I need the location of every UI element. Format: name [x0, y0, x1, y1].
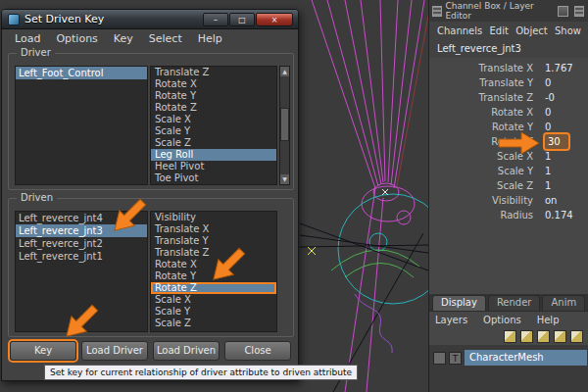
- channel-row: Radius 0.174: [429, 208, 588, 222]
- list-item[interactable]: Visibility: [151, 212, 276, 223]
- attr-value[interactable]: 0: [545, 75, 551, 90]
- attr-value[interactable]: 1: [545, 164, 551, 178]
- list-item[interactable]: Scale Y: [151, 306, 276, 318]
- move-layer-up-icon[interactable]: [504, 330, 516, 343]
- driven-label: Driven: [17, 192, 57, 203]
- window-titlebar[interactable]: Set Driven Key – □ ×: [2, 10, 298, 29]
- scrollbar-thumb[interactable]: [280, 108, 289, 141]
- close-button[interactable]: Close: [224, 341, 291, 361]
- channel-row: Visibility on: [429, 193, 588, 208]
- list-item-selected-rotate-z[interactable]: Rotate Z: [151, 282, 276, 294]
- layer-list: T CharacterMesh: [429, 345, 588, 392]
- list-item[interactable]: Scale Z: [151, 137, 276, 149]
- grid-icon[interactable]: [574, 6, 584, 17]
- menu-options[interactable]: Options: [49, 32, 104, 45]
- layer-toolbar: [429, 328, 588, 345]
- list-item[interactable]: Scale X: [151, 294, 276, 306]
- attr-name[interactable]: Visibility: [429, 193, 539, 208]
- list-item[interactable]: Translate X: [151, 223, 276, 235]
- menu-show[interactable]: Show: [555, 25, 581, 36]
- list-item[interactable]: Left_reverce_jnt1: [16, 250, 147, 263]
- menu-help[interactable]: Help: [191, 32, 229, 45]
- menu-layers[interactable]: Layers: [435, 315, 467, 325]
- channel-row: Scale Y 1: [429, 164, 588, 178]
- list-item[interactable]: Scale X: [151, 114, 276, 125]
- key-button[interactable]: Key: [10, 341, 76, 361]
- layer-from-selected-icon[interactable]: [554, 330, 566, 343]
- attr-value-rotate-z[interactable]: 30: [545, 134, 568, 149]
- list-item[interactable]: Scale Y: [151, 125, 276, 137]
- list-item[interactable]: Toe Pivot: [151, 172, 276, 184]
- close-icon[interactable]: ×: [256, 13, 293, 26]
- load-driven-button[interactable]: Load Driven: [153, 341, 220, 361]
- attr-name[interactable]: Translate Z: [429, 90, 539, 105]
- move-layer-down-icon[interactable]: [520, 330, 533, 343]
- layer-display-type-toggle[interactable]: T: [449, 352, 462, 365]
- attr-name[interactable]: Scale Z: [429, 178, 539, 193]
- panel-menu-icon[interactable]: [432, 6, 442, 17]
- channel-row: Translate Z -0: [429, 90, 588, 105]
- menu-options[interactable]: Options: [483, 315, 521, 325]
- attr-value[interactable]: -0: [545, 90, 555, 105]
- list-item[interactable]: Left_Foot_Control: [16, 67, 147, 79]
- attr-value[interactable]: 1.767: [545, 61, 573, 75]
- channel-row: Scale Z 1: [429, 178, 588, 193]
- scrollbar[interactable]: ▲ ▼: [279, 66, 290, 185]
- list-item[interactable]: Rotate X: [151, 78, 276, 90]
- layer-name[interactable]: CharacterMesh: [465, 350, 587, 366]
- attr-value[interactable]: 0: [545, 105, 551, 120]
- list-item[interactable]: Scale Z: [151, 318, 276, 329]
- list-item[interactable]: Translate Z: [151, 67, 276, 78]
- scroll-down-icon[interactable]: ▼: [280, 174, 289, 184]
- channel-row: Translate X 1.767: [429, 61, 588, 75]
- list-item-selected[interactable]: Leg Roll: [151, 149, 276, 161]
- scroll-up-icon[interactable]: ▲: [280, 67, 289, 76]
- attr-name[interactable]: Radius: [429, 208, 539, 222]
- menu-channels[interactable]: Channels: [437, 25, 482, 36]
- attr-name[interactable]: Translate Y: [429, 75, 539, 90]
- attr-value[interactable]: 0: [545, 120, 551, 134]
- list-item[interactable]: Heel Pivot: [151, 161, 276, 172]
- empty-layer-icon[interactable]: [537, 330, 550, 343]
- menu-select[interactable]: Select: [142, 32, 189, 45]
- maximize-icon[interactable]: □: [229, 13, 255, 26]
- attr-value[interactable]: 1: [545, 149, 551, 164]
- driver-object-list[interactable]: Left_Foot_Control: [15, 66, 148, 185]
- tab-display[interactable]: Display: [432, 295, 486, 311]
- menu-key[interactable]: Key: [107, 32, 140, 45]
- window-icon: [8, 14, 20, 25]
- driver-attribute-list[interactable]: Translate Z Rotate X Rotate Y Rotate Z S…: [150, 66, 277, 185]
- channel-box-layer-editor-panel: Channel Box / Layer Editor Channels Edit…: [428, 0, 588, 392]
- list-item[interactable]: Translate Y: [151, 235, 276, 247]
- menu-edit[interactable]: Edit: [490, 25, 509, 36]
- channel-box-object-name[interactable]: Left_reverce_jnt3: [429, 40, 588, 58]
- attr-name[interactable]: Rotate X: [429, 105, 539, 120]
- magnet-icon[interactable]: [558, 6, 567, 17]
- minimize-icon[interactable]: –: [203, 13, 228, 26]
- layer-editor-tabs: Display Render Anim: [429, 294, 588, 312]
- list-item[interactable]: Translate Z: [151, 247, 276, 259]
- list-item[interactable]: Left_reverce_jnt2: [16, 237, 147, 250]
- dialog-menubar: Load Options Key Select Help: [2, 29, 298, 47]
- menu-object[interactable]: Object: [515, 25, 548, 36]
- channel-row: Translate Y 0: [429, 75, 588, 90]
- set-driven-key-window: Set Driven Key – □ × Load Options Key Se…: [1, 9, 299, 381]
- list-item[interactable]: Rotate Z: [151, 102, 276, 114]
- attr-value[interactable]: 0.174: [545, 208, 573, 222]
- attr-value[interactable]: 1: [545, 178, 551, 193]
- tab-render[interactable]: Render: [488, 295, 541, 311]
- tab-anim[interactable]: Anim: [542, 295, 585, 311]
- load-driver-button[interactable]: Load Driver: [81, 341, 148, 361]
- driver-frame: Driver Left_Foot_Control Translate Z Rot…: [8, 53, 294, 190]
- menu-help[interactable]: Help: [537, 315, 560, 325]
- new-layer-icon[interactable]: [570, 330, 583, 343]
- layer-row[interactable]: T CharacterMesh: [429, 349, 588, 367]
- list-item[interactable]: Rotate Y: [151, 90, 276, 102]
- menu-load[interactable]: Load: [8, 32, 47, 45]
- annotation-arrow-rotate-z-value: [498, 130, 541, 156]
- attr-value[interactable]: on: [545, 193, 557, 208]
- attr-name[interactable]: Translate X: [429, 61, 539, 75]
- attr-name[interactable]: Scale Y: [429, 164, 539, 178]
- layer-visibility-checkbox[interactable]: [433, 352, 446, 365]
- channel-box-menubar: Channels Edit Object Show: [429, 22, 588, 40]
